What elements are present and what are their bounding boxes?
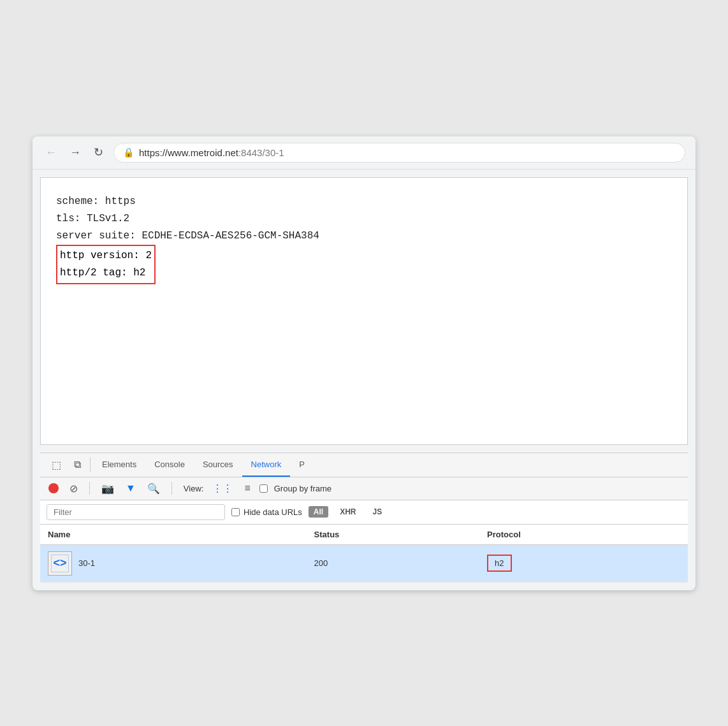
filter-input[interactable] bbox=[47, 504, 225, 520]
tab-console[interactable]: Console bbox=[145, 453, 194, 477]
hide-data-urls-group: Hide data URLs bbox=[231, 507, 302, 517]
tab-divider bbox=[90, 457, 91, 472]
http2-tag-line: http/2 tag: h2 bbox=[60, 265, 152, 282]
url-port: :8443/30-1 bbox=[238, 147, 284, 158]
record-button[interactable] bbox=[47, 481, 61, 495]
toolbar-separator-2 bbox=[171, 482, 172, 495]
protocol-value: h2 bbox=[487, 555, 511, 572]
browser-window: ← → ↻ 🔒 https://www.metroid.net:8443/30-… bbox=[33, 136, 695, 590]
grid-view-icon[interactable]: ≡ bbox=[242, 481, 252, 495]
col-header-protocol: Protocol bbox=[479, 525, 688, 545]
filter-xhr-button[interactable]: XHR bbox=[335, 506, 361, 518]
table-cell-status: 200 bbox=[307, 544, 480, 582]
device-icon: ⧉ bbox=[74, 459, 81, 470]
tab-performance[interactable]: P bbox=[290, 453, 314, 477]
group-by-frame-checkbox[interactable] bbox=[259, 484, 268, 493]
devtools-tabs: ⬚ ⧉ Elements Console Sources Network P bbox=[40, 453, 688, 477]
url-bar[interactable]: 🔒 https://www.metroid.net:8443/30-1 bbox=[113, 143, 685, 163]
name-cell: <> 30-1 bbox=[48, 551, 299, 576]
group-by-frame-label: Group by frame bbox=[274, 484, 331, 493]
page-line-3: server suite: ECDHE-ECDSA-AES256-GCM-SHA… bbox=[56, 228, 672, 245]
page-line-1: scheme: https bbox=[56, 193, 672, 210]
url-text: https://www.metroid.net:8443/30-1 bbox=[139, 147, 284, 158]
list-view-icon[interactable]: ⋮⋮ bbox=[210, 481, 235, 496]
table-cell-name: <> 30-1 bbox=[40, 544, 307, 582]
table-cell-protocol: h2 bbox=[479, 544, 688, 582]
filter-bar: Hide data URLs All XHR JS bbox=[40, 500, 688, 525]
http-version-line: http version: 2 bbox=[60, 247, 152, 265]
devtools-panel: ⬚ ⧉ Elements Console Sources Network P ⊘… bbox=[40, 453, 688, 583]
filter-all-button[interactable]: All bbox=[309, 506, 328, 518]
address-bar: ← → ↻ 🔒 https://www.metroid.net:8443/30-… bbox=[33, 136, 695, 170]
file-icon: <> bbox=[48, 551, 72, 576]
view-label: View: bbox=[184, 484, 204, 493]
forward-button[interactable]: → bbox=[67, 145, 84, 161]
filter-js-button[interactable]: JS bbox=[367, 506, 387, 518]
lock-icon: 🔒 bbox=[123, 147, 134, 157]
network-table: Name Status Protocol <> 30-1 2 bbox=[40, 525, 688, 583]
filter-icon[interactable]: ▼ bbox=[123, 481, 138, 495]
device-icon-btn[interactable]: ⧉ bbox=[68, 454, 87, 476]
back-button[interactable]: ← bbox=[43, 145, 59, 161]
record-dot bbox=[48, 483, 59, 493]
highlighted-content: http version: 2 http/2 tag: h2 bbox=[56, 245, 156, 284]
devtools-toolbar: ⊘ 📷 ▼ 🔍 View: ⋮⋮ ≡ Group by frame bbox=[40, 477, 688, 500]
col-header-name: Name bbox=[40, 525, 307, 545]
file-name: 30-1 bbox=[78, 558, 95, 568]
toolbar-separator bbox=[89, 482, 90, 495]
inspector-icon: ⬚ bbox=[52, 460, 61, 470]
tab-sources[interactable]: Sources bbox=[194, 453, 242, 477]
hide-data-urls-checkbox[interactable] bbox=[231, 508, 240, 516]
tab-network[interactable]: Network bbox=[242, 453, 291, 477]
page-content: scheme: https tls: TLSv1.2 server suite:… bbox=[40, 177, 688, 445]
url-host: https://www.metroid.net bbox=[139, 147, 238, 158]
clear-button[interactable]: ⊘ bbox=[67, 481, 80, 496]
hide-data-urls-label: Hide data URLs bbox=[244, 507, 302, 517]
search-icon[interactable]: 🔍 bbox=[145, 481, 163, 496]
file-icon-symbol: <> bbox=[53, 556, 66, 570]
tab-elements[interactable]: Elements bbox=[93, 453, 145, 477]
camera-icon[interactable]: 📷 bbox=[99, 481, 117, 496]
inspector-icon-btn[interactable]: ⬚ bbox=[45, 454, 68, 476]
col-header-status: Status bbox=[307, 525, 480, 545]
reload-button[interactable]: ↻ bbox=[91, 144, 106, 161]
table-row[interactable]: <> 30-1 200 h2 bbox=[40, 544, 688, 582]
page-line-2: tls: TLSv1.2 bbox=[56, 210, 672, 228]
